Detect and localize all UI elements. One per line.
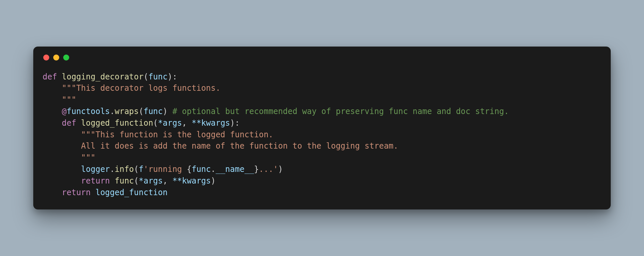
minimize-icon[interactable]	[53, 55, 59, 61]
window-titlebar	[43, 55, 601, 61]
code-line-2: """This decorator logs functions.	[43, 83, 221, 93]
star-kwargs: **kwargs	[172, 176, 211, 186]
paren-open: (	[134, 165, 139, 174]
keyword-return: return	[62, 188, 91, 197]
paren-close: )	[211, 176, 216, 186]
code-block: def logging_decorator(func): """This dec…	[43, 71, 601, 198]
decorator-wraps: wraps	[115, 107, 139, 116]
keyword-return: return	[81, 176, 110, 186]
call-func: func	[115, 176, 134, 186]
code-line-11: return logged_function	[43, 188, 168, 197]
star-args: *args	[158, 118, 182, 128]
close-icon[interactable]	[43, 55, 49, 61]
paren-close-colon: ):	[230, 118, 240, 128]
paren-open: (	[139, 107, 143, 116]
code-line-6: """This function is the logged function.	[43, 130, 273, 139]
code-line-4: @functools.wraps(func) # optional but re…	[43, 107, 509, 116]
paren-open: (	[134, 176, 139, 186]
decorator-arg: func	[143, 107, 163, 116]
dot: .	[211, 165, 216, 174]
docstring: All it does is add the name of the funct…	[81, 141, 399, 151]
fstring-expr-attr: __name__	[216, 165, 254, 174]
method-info: info	[115, 165, 134, 174]
decorator-module: functools	[67, 107, 110, 116]
fstring-expr-obj: func	[192, 165, 211, 174]
keyword-def: def	[43, 72, 57, 81]
param-func: func	[148, 72, 168, 81]
paren-open: (	[143, 72, 148, 81]
stage: def logging_decorator(func): """This dec…	[0, 0, 644, 256]
brace-open: {	[187, 165, 192, 174]
code-line-5: def logged_function(*args, **kwargs):	[43, 118, 240, 128]
paren-close: )	[163, 107, 167, 116]
code-line-1: def logging_decorator(func):	[43, 72, 177, 81]
code-line-8: """	[43, 153, 95, 162]
brace-close: }	[254, 165, 259, 174]
ident-logged-function: logged_function	[95, 188, 168, 197]
comma: ,	[182, 118, 192, 128]
code-line-9: logger.info(f'running {func.__name__}...…	[43, 165, 283, 174]
star-args: *args	[139, 176, 163, 186]
docstring-close: """	[81, 153, 95, 162]
string-close: '	[273, 165, 278, 174]
dot: .	[110, 165, 114, 174]
f-prefix: f	[139, 165, 143, 174]
comment: # optional but recommended way of preser…	[172, 107, 509, 116]
string-part: ...	[259, 165, 273, 174]
ident-logger: logger	[81, 165, 110, 174]
code-window: def logging_decorator(func): """This dec…	[33, 47, 611, 210]
function-name: logged_function	[81, 118, 153, 128]
keyword-def: def	[62, 118, 76, 128]
code-line-7: All it does is add the name of the funct…	[43, 141, 398, 151]
paren-open: (	[153, 118, 158, 128]
string-part: running	[148, 165, 187, 174]
code-line-3: """	[43, 95, 76, 104]
docstring-close: """	[62, 95, 76, 104]
paren-close: )	[278, 165, 283, 174]
function-name: logging_decorator	[62, 72, 144, 81]
docstring: """This decorator logs functions.	[62, 83, 221, 93]
docstring: """This function is the logged function.	[81, 130, 273, 139]
dot: .	[110, 107, 114, 116]
paren-close-colon: ):	[168, 72, 177, 81]
comma: ,	[163, 176, 172, 186]
zoom-icon[interactable]	[63, 55, 69, 61]
star-kwargs: **kwargs	[192, 118, 230, 128]
string-open: '	[143, 165, 148, 174]
decorator-at: @	[62, 107, 67, 116]
code-line-10: return func(*args, **kwargs)	[43, 176, 216, 186]
